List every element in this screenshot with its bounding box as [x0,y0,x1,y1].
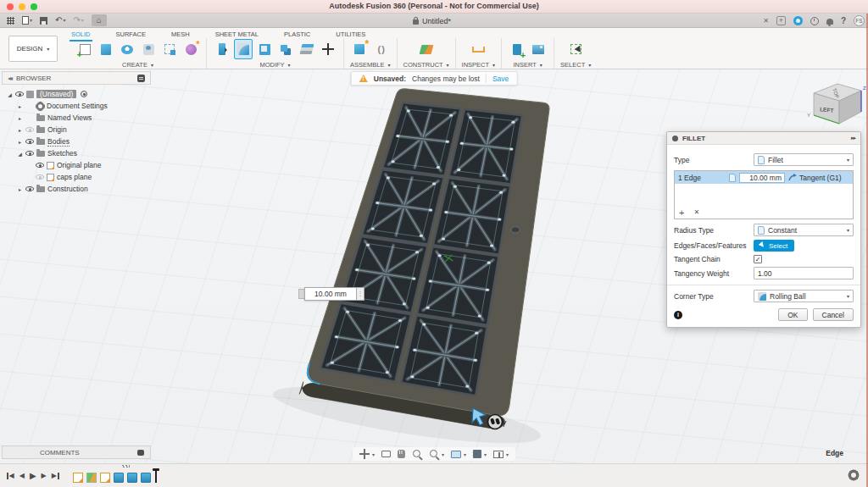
tree-item-original-plane[interactable]: Original plane [2,159,151,171]
lookat-icon[interactable] [381,451,391,457]
pattern-icon[interactable] [160,39,179,59]
history-icon[interactable] [810,17,819,25]
timeline-gear-icon[interactable] [849,471,858,479]
pan-icon[interactable] [398,450,405,458]
move-icon[interactable] [319,39,337,59]
ribbon-group-label[interactable]: ASSEMBLE ▾ [350,61,391,69]
info-icon[interactable]: i [674,311,682,319]
press-pull-icon[interactable] [213,39,231,59]
insert-image-icon[interactable] [529,39,548,59]
tree-item-label[interactable]: (Unsaved) [36,90,76,98]
file-menu-icon[interactable]: ▾ [22,16,32,25]
visibility-eye-icon[interactable] [36,174,44,180]
ribbon-group-label[interactable]: SELECT ▾ [560,61,591,69]
redo-icon[interactable]: ↷▾ [73,16,83,25]
document-tab[interactable]: Untitled* [413,14,451,28]
visibility-eye-icon[interactable] [25,127,34,132]
tree-item-label[interactable]: Origin [47,125,67,134]
thicken-icon[interactable] [298,39,316,59]
fillet-dialog-header[interactable]: FILLET ▸▸ [667,132,860,145]
tree-item-document-settings[interactable]: ▸Document Settings [2,100,151,112]
timeline-feature-sketch-1[interactable] [73,473,83,483]
segment-display-pocket[interactable] [418,248,498,324]
close-tab-icon[interactable]: ✕ [763,17,769,25]
tree-item-label[interactable]: Construction [47,185,88,193]
ok-button[interactable]: OK [778,308,807,321]
measure-icon[interactable] [469,39,487,59]
tree-item--unsaved-[interactable]: ◢(Unsaved) [2,88,151,100]
corner-type-dropdown[interactable]: Rolling Ball ▾ [754,290,854,302]
ribbon-group-label[interactable]: MODIFY ▾ [259,61,290,69]
visibility-eye-icon[interactable] [25,186,34,191]
step-back-button[interactable]: ◀ [19,472,25,479]
expand-arrow-icon[interactable]: ◢ [17,151,23,157]
shell-icon[interactable] [255,39,274,59]
zoom-icon[interactable] [412,449,422,459]
visibility-eye-icon[interactable] [15,91,24,97]
expand-arrow-icon[interactable]: ▸ [17,115,23,121]
save-icon[interactable] [40,17,47,25]
viewports-icon[interactable] [493,451,504,458]
select-button[interactable]: Select [754,240,794,252]
joint-icon[interactable] [371,39,390,59]
remove-edge-set-button[interactable]: ✕ [693,208,699,217]
tree-item-named-views[interactable]: ▸Named Views [2,112,151,124]
expand-arrow-icon[interactable]: ▸ [17,103,23,109]
expand-arrow-icon[interactable]: ◢ [7,91,13,97]
timeline-position-marker[interactable] [155,468,157,483]
radius-value-input[interactable]: 10.00 mm [304,287,357,301]
cancel-button[interactable]: Cancel [813,308,854,321]
add-edge-set-button[interactable]: + [679,208,684,217]
ribbon-group-label[interactable]: CREATE ▾ [122,61,153,69]
insert-derive-icon[interactable] [508,39,526,59]
undo-icon[interactable]: ↶▾ [55,16,65,25]
ribbon-group-label[interactable]: INSERT ▾ [513,61,542,69]
grid-settings-icon[interactable] [473,450,481,458]
sketch-create-icon[interactable] [75,39,94,59]
tree-item-bodies[interactable]: ▸Bodies [2,136,151,147]
home-icon[interactable]: ⌂ [92,14,107,26]
visibility-eye-icon[interactable] [36,163,44,168]
radius-type-dropdown[interactable]: Constant ▾ [754,224,854,236]
segment-display-pocket[interactable] [434,179,509,253]
play-button[interactable]: ▶ [30,471,36,480]
construction-plane-icon[interactable] [417,39,436,59]
avatar[interactable]: FS [854,15,865,26]
radius-drag-handle[interactable]: ⋮ [357,287,364,301]
combine-icon[interactable] [276,39,295,59]
expand-arrow-icon[interactable]: ▸ [17,186,23,192]
go-to-start-button[interactable]: ◀ [7,472,14,479]
edge-radius-input[interactable]: 10.00 mm [739,173,785,183]
go-to-end-button[interactable]: ▶ [52,472,59,479]
visibility-eye-icon[interactable] [25,151,34,156]
tree-item-sketches[interactable]: ◢Sketches [2,147,151,159]
save-link[interactable]: Save [492,75,509,83]
tangent-value[interactable]: Tangent (G1) [799,174,842,182]
browser-header[interactable]: ◂◂ BROWSER [2,71,151,85]
fillet-icon[interactable] [234,39,253,59]
zoom-window-icon[interactable] [429,449,439,459]
tree-item-origin[interactable]: ▸Origin [2,124,151,136]
step-forward-button[interactable]: ▶ [42,472,47,479]
dialog-collapse-icon[interactable]: ▸▸ [851,135,855,141]
tree-item-construction[interactable]: ▸Construction [2,183,151,195]
help-icon[interactable]: ? [841,16,846,25]
segment-display-pocket[interactable] [403,317,487,395]
tree-item-label[interactable]: Original plane [57,161,101,169]
comments-bar[interactable]: COMMENTS [2,445,151,459]
display-settings-icon[interactable] [451,451,461,458]
new-tab-icon[interactable]: + [776,16,786,25]
hole-icon[interactable] [139,39,158,59]
ribbon-group-label[interactable]: INSPECT ▾ [462,61,495,69]
collapse-panel-icon[interactable]: ◂◂ [8,75,11,82]
workspace-switcher[interactable]: DESIGN▾ [8,36,58,62]
tree-item-label[interactable]: Bodies [47,137,70,147]
timeline-feature-extrude-5[interactable] [127,473,137,483]
timeline-feature-sketch-3[interactable] [100,473,110,483]
mounting-hole[interactable] [511,227,520,233]
expand-arrow-icon[interactable]: ▸ [17,139,23,145]
view-cube[interactable]: TOP LEFT Y Z [804,76,866,132]
tree-item-label[interactable]: Sketches [47,149,77,158]
ribbon-group-label[interactable]: CONSTRUCT ▾ [403,61,449,69]
tree-item-label[interactable]: Document Settings [47,102,108,110]
